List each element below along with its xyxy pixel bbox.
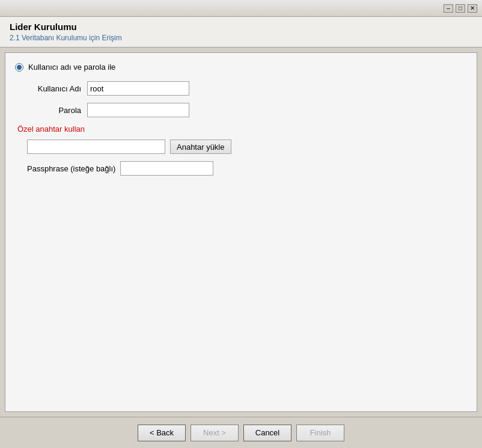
- page-title: Lider Kurulumu: [10, 22, 472, 32]
- key-file-input[interactable]: [27, 140, 165, 154]
- radio-username-password[interactable]: [15, 63, 23, 72]
- special-key-label: Özel anahtar kullan: [17, 124, 467, 133]
- radio-option-username[interactable]: Kullanıcı adı ve parola ile: [15, 63, 467, 72]
- password-group: Parola: [27, 103, 467, 117]
- radio-username-password-label: Kullanıcı adı ve parola ile: [28, 63, 115, 72]
- passphrase-row: Passphrase (isteğe bağlı): [27, 161, 467, 176]
- password-label: Parola: [27, 106, 87, 115]
- cancel-button[interactable]: Cancel: [243, 425, 291, 441]
- titlebar-controls: – □ ✕: [444, 4, 477, 13]
- next-button[interactable]: Next >: [191, 425, 239, 441]
- page-subtitle: 2.1 Veritabanı Kurulumu için Erişim: [10, 34, 472, 42]
- titlebar: – □ ✕: [0, 0, 482, 17]
- upload-key-button[interactable]: Anahtar yükle: [170, 140, 231, 154]
- header: Lider Kurulumu 2.1 Veritabanı Kurulumu i…: [0, 17, 482, 48]
- footer: < Back Next > Cancel Finish: [0, 417, 482, 448]
- back-button[interactable]: < Back: [138, 425, 186, 441]
- passphrase-label: Passphrase (isteğe bağlı): [27, 164, 115, 173]
- password-input[interactable]: [87, 103, 189, 117]
- username-group: Kullanıcı Adı: [27, 81, 467, 96]
- maximize-button[interactable]: □: [456, 4, 465, 13]
- passphrase-input[interactable]: [120, 161, 213, 176]
- main-content: Kullanıcı adı ve parola ile Kullanıcı Ad…: [5, 52, 477, 412]
- close-button[interactable]: ✕: [468, 4, 477, 13]
- finish-button[interactable]: Finish: [296, 425, 344, 441]
- special-key-section: Özel anahtar kullan Anahtar yükle Passph…: [15, 124, 467, 176]
- minimize-button[interactable]: –: [444, 4, 453, 13]
- username-input[interactable]: [87, 81, 189, 96]
- key-file-row: Anahtar yükle: [27, 140, 467, 154]
- username-label: Kullanıcı Adı: [27, 84, 87, 93]
